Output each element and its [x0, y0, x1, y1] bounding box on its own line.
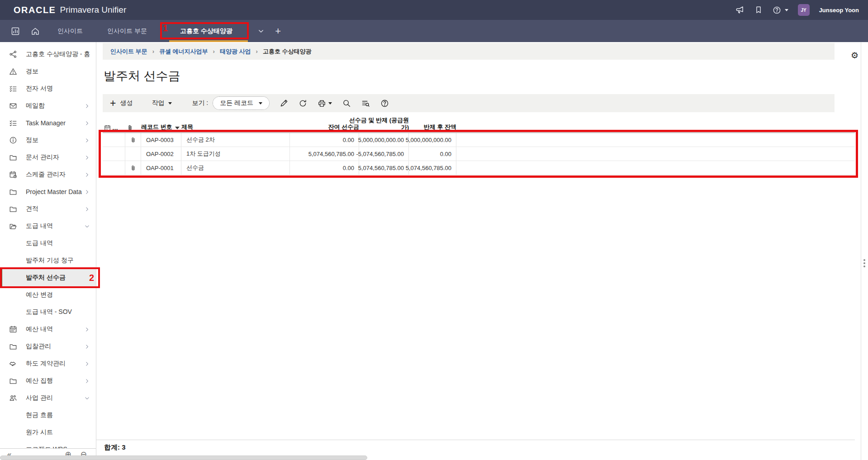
advance-cell: -5,074,560,785.00 — [359, 147, 409, 161]
breadcrumb-separator: › — [213, 48, 215, 55]
horizontal-scrollbar[interactable] — [0, 455, 367, 460]
announcements-icon[interactable] — [735, 5, 745, 14]
sidebar-item[interactable]: 도급 내역 - SOV — [0, 304, 96, 321]
calendar-icon — [9, 325, 20, 333]
sidebar-item[interactable]: 하도 계약관리 — [0, 355, 96, 372]
sidebar-item[interactable]: 도급 내역 — [0, 235, 96, 252]
sidebar-item[interactable]: 경보 — [0, 63, 96, 80]
breadcrumb-separator: › — [152, 48, 154, 55]
breadcrumb-link[interactable]: 큐셀 에너지사업부 — [159, 47, 208, 56]
create-button[interactable]: + 생성 — [110, 98, 133, 109]
handshake-icon — [9, 360, 20, 368]
edit-icon[interactable] — [280, 99, 288, 108]
column-record-no[interactable]: 레코드 번호 — [141, 123, 181, 131]
user-name: Junseop Yoon — [819, 7, 859, 14]
avatar[interactable]: JY — [798, 4, 810, 16]
record-no-cell[interactable]: OAP-0001 — [141, 161, 181, 175]
chevron-right-icon — [84, 172, 90, 178]
view-select[interactable]: 모든 레코드 — [213, 96, 270, 110]
chevron-right-icon — [84, 361, 90, 367]
advance-cell: 5,000,000,000.00 — [359, 133, 409, 147]
sidebar-item[interactable]: 도급 내역 — [0, 218, 96, 235]
folder-icon — [9, 342, 20, 351]
sidebar-item[interactable]: 예산 변경 — [0, 286, 96, 304]
breadcrumb-link[interactable]: 인사이트 부문 — [110, 47, 147, 56]
column-title[interactable]: 제목 — [181, 123, 290, 131]
table-row[interactable]: OAP-00021차 도급기성5,074,560,785.00-5,074,56… — [103, 147, 855, 161]
chevron-down-icon — [84, 223, 90, 229]
tab-goheungho-project[interactable]: 고흥호 수상태양광 1 — [167, 20, 248, 42]
sidebar-item[interactable]: 예산 내역 — [0, 321, 96, 338]
main-content: 인사이트 부문 › 큐셀 에너지사업부 › 태양광 사업 › 고흥호 수상태양광… — [96, 42, 861, 460]
sidebar-item[interactable]: Project Master Data — [0, 183, 96, 200]
sidebar: 고흥호 수상태양광 - 홈경보전자 서명메일함Task Manager정보문서 … — [0, 42, 96, 460]
sidebar-item[interactable]: 입찰관리 — [0, 338, 96, 355]
sidebar-item[interactable]: 메일함 — [0, 97, 96, 114]
title-cell: 선수금 — [181, 161, 290, 175]
warning-icon — [9, 67, 20, 76]
sidebar-item[interactable]: 견적 — [0, 200, 96, 218]
product-name: Primavera Unifier — [60, 5, 126, 15]
folder-icon — [9, 205, 20, 213]
attachment-cell — [125, 133, 141, 147]
tab-insight-division[interactable]: 인사이트 부문 — [95, 20, 159, 42]
schedule-icon — [9, 171, 20, 179]
row-select-cell[interactable] — [103, 161, 125, 175]
breadcrumb-link[interactable]: 태양광 사업 — [220, 47, 251, 56]
help-icon — [773, 5, 782, 14]
records-table: … 레코드 번호 제목 잔여 선수금 선수금 및 반제 (공급원 가) — [103, 116, 855, 175]
bookmark-icon[interactable] — [754, 5, 763, 14]
sidebar-item[interactable]: 고흥호 수상태양광 - 홈 — [0, 46, 96, 63]
info-icon — [9, 136, 20, 144]
sidebar-item[interactable]: 정보 — [0, 132, 96, 149]
column-select-header[interactable]: … — [103, 124, 125, 131]
chevron-down-icon — [328, 102, 332, 104]
actions-menu-button[interactable]: 작업 — [152, 99, 172, 107]
chevron-right-icon — [84, 344, 90, 350]
chevron-down-icon — [785, 9, 788, 11]
remaining-cell: 0.00 — [290, 133, 359, 147]
sidebar-item[interactable]: Task Manager — [0, 114, 96, 132]
sidebar-item[interactable]: 발주처 선수금 — [0, 269, 96, 286]
sidebar-item[interactable]: 원가 시트 — [0, 424, 96, 441]
table-row[interactable]: OAP-0001선수금0.005,074,560,785.005,074,560… — [103, 161, 855, 175]
sidebar-item[interactable]: 예산 집행 — [0, 372, 96, 389]
find-icon[interactable] — [361, 99, 370, 108]
sidebar-item[interactable]: 전자 서명 — [0, 80, 96, 97]
print-icon[interactable] — [318, 99, 332, 108]
dashboard-icon[interactable] — [5, 27, 25, 36]
column-advance[interactable]: 선수금 및 반제 (공급원 가) — [359, 117, 409, 132]
row-select-cell[interactable] — [103, 147, 125, 161]
sidebar-item[interactable]: 프로젝트 WBS — [0, 441, 96, 448]
sidebar-item[interactable]: 스케줄 관리자 — [0, 166, 96, 183]
oracle-logo: ORACLE — [14, 5, 56, 15]
refresh-icon[interactable] — [299, 99, 307, 108]
record-no-cell[interactable]: OAP-0003 — [141, 133, 181, 147]
sidebar-item[interactable]: 발주처 기성 청구 — [0, 252, 96, 269]
balance-cell: 5,074,560,785.00 — [409, 161, 456, 175]
column-remaining[interactable]: 잔여 선수금 — [290, 123, 359, 131]
row-select-cell[interactable] — [103, 133, 125, 147]
balance-cell: 0.00 — [409, 147, 456, 161]
add-tab-button[interactable]: + — [270, 25, 286, 37]
remaining-cell: 5,074,560,785.00 — [290, 147, 359, 161]
column-attachment-header[interactable] — [125, 124, 141, 131]
sidebar-item[interactable]: 현금 흐름 — [0, 407, 96, 424]
column-balance[interactable]: 반제 후 잔액 — [409, 123, 456, 131]
sort-desc-icon — [175, 127, 180, 129]
record-no-cell[interactable]: OAP-0002 — [141, 147, 181, 161]
chevron-right-icon — [84, 327, 90, 332]
drag-handle-icon[interactable] — [863, 259, 865, 267]
help-menu[interactable] — [773, 5, 788, 14]
settings-gear-icon[interactable]: ⚙ — [851, 51, 859, 60]
table-row[interactable]: OAP-0003선수금 2차0.005,000,000,000.005,000,… — [103, 133, 855, 147]
tab-insight[interactable]: 인사이트 — [45, 20, 95, 42]
home-icon[interactable] — [25, 27, 45, 36]
search-icon[interactable] — [342, 99, 351, 108]
balance-cell: 5,000,000,000.00 — [409, 133, 456, 147]
sidebar-item[interactable]: 문서 관리자 — [0, 149, 96, 166]
chevron-down-icon — [168, 102, 172, 104]
sidebar-item[interactable]: 사업 관리 — [0, 389, 96, 407]
help-icon[interactable] — [380, 99, 389, 108]
tab-list-chevron-icon[interactable] — [254, 28, 268, 34]
